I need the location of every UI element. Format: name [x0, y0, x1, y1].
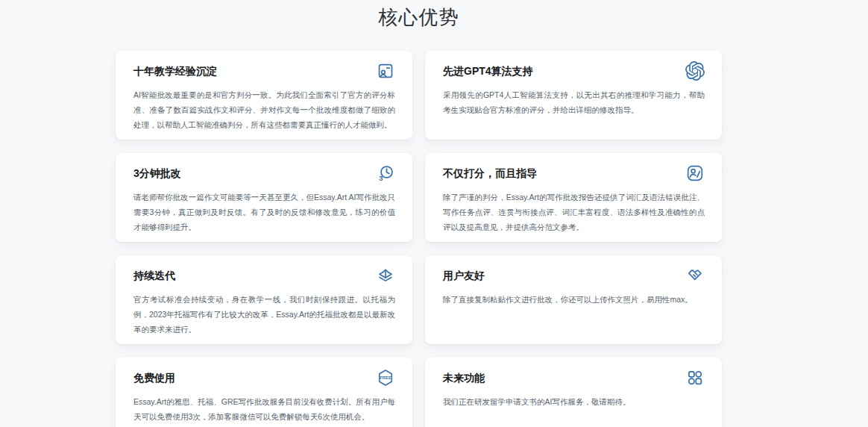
teaching-board-icon [376, 61, 395, 81]
card-title: 未来功能 [443, 368, 485, 384]
free-badge-icon: FREE [376, 368, 395, 387]
feature-card-guidance: 不仅打分，而且指导 除了严谨的判分，Essay.Art的写作批改报告还提供了词汇… [425, 153, 722, 242]
timer-icon: 3 [376, 163, 395, 183]
openai-logo-icon [685, 61, 705, 81]
user-edit-icon [685, 163, 705, 183]
section-title: 核心优势 [116, 0, 722, 31]
card-title: 免费使用 [133, 368, 175, 384]
feature-card-user-friendly: 用户友好 除了直接复制粘贴作文进行批改，你还可以上传作文照片，易用性max。 [425, 255, 722, 344]
svg-text:3: 3 [379, 174, 383, 182]
card-title: 持续迭代 [133, 266, 175, 282]
card-description: Essay.Art的雅思、托福、GRE写作批改服务目前没有收费计划。所有用户每天… [133, 394, 395, 424]
card-title: 十年教学经验沉淀 [133, 61, 217, 78]
core-advantages-section: 核心优势 十年教学经验沉淀 AI智能批改最重要的是和官方判分一致。为此我们全面索… [116, 0, 722, 427]
svg-text:FREE: FREE [380, 375, 391, 380]
handshake-icon [685, 266, 705, 285]
feature-card-3min: 3分钟批改 3 请老师帮你批改一篇作文可能要等一天甚至更久，但Essay.Art… [116, 153, 412, 242]
card-description: 请老师帮你批改一篇作文可能要等一天甚至更久，但Essay.Art AI写作批改只… [133, 190, 395, 234]
feature-card-free: 免费使用 FREE Essay.Art的雅思、托福、GRE写作批改服务目前没有收… [116, 358, 412, 427]
card-description: AI智能批改最重要的是和官方判分一致。为此我们全面索引了官方的评分标准、准备了数… [133, 87, 395, 132]
card-description: 除了直接复制粘贴作文进行批改，你还可以上传作文照片，易用性max。 [443, 292, 705, 307]
card-title: 用户友好 [443, 266, 485, 282]
layers-update-icon [376, 266, 395, 285]
card-description: 官方考试标准会持续变动，身在教学一线，我们时刻保持跟进。以托福为例，2023年托… [133, 292, 395, 337]
card-description: 采用领先的GPT4人工智能算法支持，以无出其右的推理和学习能力，帮助考生实现贴合… [443, 87, 705, 117]
feature-card-future: 未来功能 我们正在研发留学申请文书的AI写作服务，敬请期待。 [425, 358, 722, 427]
card-title: 不仅打分，而且指导 [443, 163, 537, 180]
feature-card-iteration: 持续迭代 官方考试标准会持续变动，身在教学一线，我们时刻保持跟进。以托福为例，2… [116, 255, 412, 344]
card-description: 除了严谨的判分，Essay.Art的写作批改报告还提供了词汇及语法错误批注、写作… [443, 190, 705, 234]
feature-card-grid: 十年教学经验沉淀 AI智能批改最重要的是和官方判分一致。为此我们全面索引了官方的… [116, 51, 722, 427]
card-title: 3分钟批改 [133, 163, 181, 180]
card-description: 我们正在研发留学申请文书的AI写作服务，敬请期待。 [443, 394, 705, 409]
feature-card-teaching-experience: 十年教学经验沉淀 AI智能批改最重要的是和官方判分一致。为此我们全面索引了官方的… [116, 51, 412, 140]
app-grid-icon [685, 368, 705, 387]
card-title: 先进GPT4算法支持 [443, 61, 533, 78]
feature-card-gpt4: 先进GPT4算法支持 采用领先的GPT4人工智能算法支持，以无出其右的推理和学习… [425, 51, 722, 140]
